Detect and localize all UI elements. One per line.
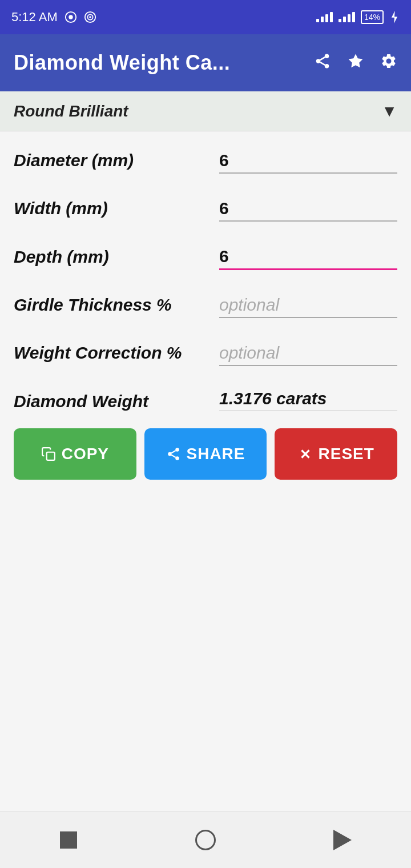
shape-dropdown[interactable]: Round Brilliant ▼ — [0, 91, 411, 131]
svg-marker-11 — [349, 54, 363, 67]
weight-correction-label: Weight Correction % — [14, 343, 208, 366]
diameter-row: Diameter (mm) — [14, 148, 397, 174]
nav-home-button[interactable] — [191, 826, 220, 854]
svg-point-13 — [175, 448, 179, 452]
weight-correction-row: Weight Correction % — [14, 341, 397, 366]
weight-correction-input[interactable] — [219, 341, 397, 366]
girdle-input[interactable] — [219, 293, 397, 318]
diamond-weight-value: 1.3176 carats — [219, 389, 327, 408]
svg-point-15 — [175, 456, 179, 460]
svg-marker-5 — [392, 11, 397, 23]
copy-button[interactable]: COPY — [14, 428, 136, 480]
status-bar: 5:12 AM 14 % — [0, 0, 411, 34]
svg-point-14 — [168, 452, 172, 456]
radio-icon — [84, 11, 96, 23]
time-display: 5:12 AM — [11, 10, 58, 25]
signal-bars — [316, 12, 333, 22]
reset-label: RESET — [319, 445, 374, 463]
circle-icon — [65, 11, 77, 23]
diameter-label: Diameter (mm) — [14, 151, 208, 174]
app-title: Diamond Weight Ca... — [14, 51, 303, 75]
svg-rect-12 — [46, 452, 54, 460]
svg-line-17 — [171, 451, 175, 453]
battery-icon: 14 % — [361, 10, 384, 24]
nav-square-button[interactable] — [54, 826, 83, 854]
depth-input[interactable] — [219, 244, 397, 270]
chevron-down-icon: ▼ — [381, 102, 397, 120]
app-bar: Diamond Weight Ca... — [0, 34, 411, 91]
charging-icon — [389, 11, 400, 23]
circle-home-icon — [195, 830, 216, 850]
width-label: Width (mm) — [14, 199, 208, 222]
copy-icon — [41, 447, 56, 461]
diameter-input[interactable] — [219, 148, 397, 174]
square-icon — [60, 831, 77, 849]
triangle-back-icon — [333, 830, 352, 850]
diamond-weight-row: Diamond Weight 1.3176 carats — [14, 389, 397, 411]
action-buttons: COPY SHARE RESET — [14, 428, 397, 480]
star-icon[interactable] — [347, 53, 364, 74]
svg-point-1 — [68, 15, 72, 19]
girdle-row: Girdle Thickness % — [14, 293, 397, 318]
bottom-nav — [0, 811, 411, 868]
svg-point-7 — [316, 59, 321, 63]
share-btn-icon — [166, 447, 181, 461]
width-row: Width (mm) — [14, 196, 397, 222]
main-content: Diameter (mm) Width (mm) Depth (mm) Gird… — [0, 131, 411, 811]
svg-point-6 — [325, 54, 329, 58]
depth-row: Depth (mm) — [14, 244, 397, 270]
share-label: SHARE — [187, 445, 245, 463]
reset-icon — [298, 447, 313, 461]
girdle-label: Girdle Thickness % — [14, 295, 208, 318]
reset-button[interactable]: RESET — [275, 428, 397, 480]
svg-point-8 — [325, 64, 329, 69]
svg-point-4 — [89, 16, 91, 18]
copy-label: COPY — [62, 445, 109, 463]
width-input[interactable] — [219, 196, 397, 222]
svg-line-9 — [320, 62, 325, 65]
nav-back-button[interactable] — [328, 826, 357, 854]
settings-icon[interactable] — [380, 53, 397, 74]
svg-line-10 — [320, 57, 325, 60]
share-icon[interactable] — [314, 53, 331, 74]
share-button[interactable]: SHARE — [144, 428, 267, 480]
signal-bars-2 — [339, 12, 355, 22]
svg-line-16 — [171, 455, 175, 457]
depth-label: Depth (mm) — [14, 247, 208, 270]
shape-label: Round Brilliant — [14, 102, 128, 120]
diamond-weight-label: Diamond Weight — [14, 392, 208, 411]
